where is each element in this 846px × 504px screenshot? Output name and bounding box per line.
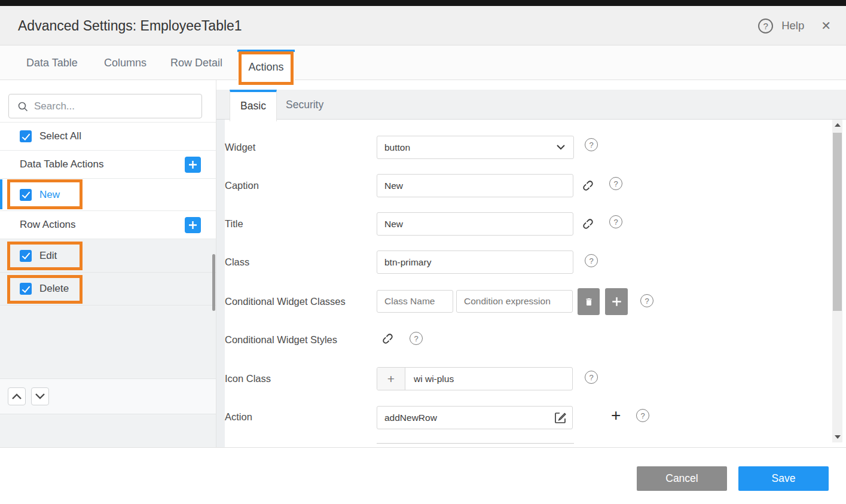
form-scrollbar-thumb[interactable]	[833, 133, 842, 311]
caption-help-icon[interactable]: ?	[609, 177, 622, 190]
edit-checkbox[interactable]	[20, 250, 32, 262]
new-label: New	[39, 189, 60, 201]
selected-indicator	[0, 179, 2, 209]
scroll-down-arrow-icon[interactable]	[835, 435, 841, 439]
actions-sidebar: Select All Data Table Actions New Row Ac…	[0, 80, 216, 447]
plus-icon	[611, 296, 622, 307]
select-all-row[interactable]: Select All	[0, 122, 216, 150]
caption-bind-link-icon[interactable]	[578, 176, 598, 196]
conditional-classes-help-icon[interactable]: ?	[640, 294, 653, 307]
dialog-footer: Cancel Save	[0, 447, 846, 504]
icon-class-label: Icon Class	[225, 373, 271, 384]
form-scrollbar[interactable]	[832, 120, 842, 442]
icon-class-input[interactable]	[405, 368, 572, 390]
title-help-icon[interactable]: ?	[609, 215, 622, 228]
main-tabbar: Data Table Columns Row Detail Actions	[0, 45, 846, 80]
tab-actions[interactable]: Actions	[237, 50, 295, 83]
class-help-icon[interactable]: ?	[585, 254, 598, 267]
widget-select-value: button	[384, 142, 410, 153]
title-label: Title	[225, 218, 243, 230]
action-help-icon[interactable]: ?	[636, 409, 649, 422]
group-label: Data Table Actions	[20, 158, 104, 170]
search-input[interactable]	[34, 100, 201, 112]
action-item-new[interactable]: New	[0, 178, 216, 210]
chevron-down-icon	[35, 393, 45, 399]
add-action-icon[interactable]: +	[611, 407, 621, 424]
chevron-down-icon	[557, 145, 565, 150]
next-field-partial	[377, 443, 574, 444]
trash-icon	[584, 297, 594, 307]
help-icon[interactable]: ?	[758, 19, 773, 33]
sidebar-bottom-area	[0, 414, 216, 447]
select-all-label: Select All	[39, 130, 81, 142]
sidebar-scrollbar-thumb[interactable]	[212, 254, 215, 311]
move-down-button[interactable]	[31, 387, 49, 405]
title-input[interactable]	[377, 212, 573, 236]
pane-gutter	[216, 120, 225, 447]
dialog-header: Advanced Settings: EmployeeTable1 ? Help…	[0, 6, 846, 45]
conditional-styles-bind-link-icon[interactable]	[378, 329, 398, 349]
plus-icon	[188, 220, 198, 230]
tab-actions-label: Actions	[237, 52, 295, 83]
tab-columns[interactable]: Columns	[104, 45, 146, 80]
close-icon[interactable]: ✕	[821, 19, 831, 33]
condition-expression-input[interactable]	[456, 290, 573, 313]
sidebar-reorder-bar	[0, 378, 216, 414]
icon-class-group: +	[377, 367, 573, 390]
search-box	[8, 94, 202, 118]
icon-class-prefix[interactable]: +	[377, 368, 405, 390]
delete-checkbox[interactable]	[20, 283, 32, 295]
caption-label: Caption	[225, 180, 259, 191]
search-icon	[17, 101, 28, 112]
sidebar-empty-area	[0, 305, 216, 378]
tab-data-table[interactable]: Data Table	[26, 45, 78, 80]
save-button[interactable]: Save	[738, 466, 829, 491]
title-bind-link-icon[interactable]	[578, 214, 598, 234]
move-up-button[interactable]	[8, 387, 26, 405]
widget-label: Widget	[225, 142, 255, 153]
tab-row-detail[interactable]: Row Detail	[170, 45, 222, 80]
background-app-strip	[0, 0, 846, 6]
scroll-up-arrow-icon[interactable]	[835, 123, 841, 127]
action-input[interactable]	[377, 406, 573, 429]
action-item-edit[interactable]: Edit	[0, 239, 216, 272]
edit-action-icon[interactable]	[553, 411, 567, 425]
group-data-table-actions: Data Table Actions	[0, 150, 216, 178]
class-label: Class	[225, 256, 249, 268]
chevron-up-icon	[12, 393, 22, 399]
widget-help-icon[interactable]: ?	[585, 138, 598, 151]
add-row-action-button[interactable]	[185, 217, 201, 233]
action-item-delete[interactable]: Delete	[0, 272, 216, 305]
group-label: Row Actions	[20, 219, 76, 231]
conditional-classes-label: Conditional Widget Classes	[225, 296, 346, 307]
action-label: Action	[225, 411, 252, 423]
action-settings-pane: Basic Security Widget button ? Caption ?…	[216, 80, 846, 447]
help-link[interactable]: Help	[781, 19, 804, 32]
select-all-checkbox[interactable]	[20, 130, 32, 142]
widget-select[interactable]: button	[377, 136, 574, 159]
class-name-input[interactable]	[377, 290, 453, 313]
edit-label: Edit	[39, 250, 57, 262]
conditional-styles-label: Conditional Widget Styles	[225, 334, 337, 346]
delete-label: Delete	[39, 283, 69, 295]
add-conditional-class-button[interactable]	[605, 288, 628, 315]
add-data-table-action-button[interactable]	[185, 157, 201, 173]
delete-conditional-class-button[interactable]	[578, 288, 600, 315]
dialog-title: Advanced Settings: EmployeeTable1	[18, 6, 242, 45]
subtab-basic[interactable]: Basic	[230, 90, 277, 121]
group-row-actions: Row Actions	[0, 210, 216, 239]
cancel-button[interactable]: Cancel	[637, 466, 727, 491]
caption-input[interactable]	[377, 174, 573, 197]
new-checkbox[interactable]	[20, 189, 32, 201]
conditional-styles-help-icon[interactable]: ?	[410, 332, 423, 345]
class-input[interactable]	[377, 251, 573, 274]
subtab-security[interactable]: Security	[286, 90, 323, 120]
icon-class-help-icon[interactable]: ?	[585, 371, 598, 384]
plus-icon	[188, 160, 198, 170]
